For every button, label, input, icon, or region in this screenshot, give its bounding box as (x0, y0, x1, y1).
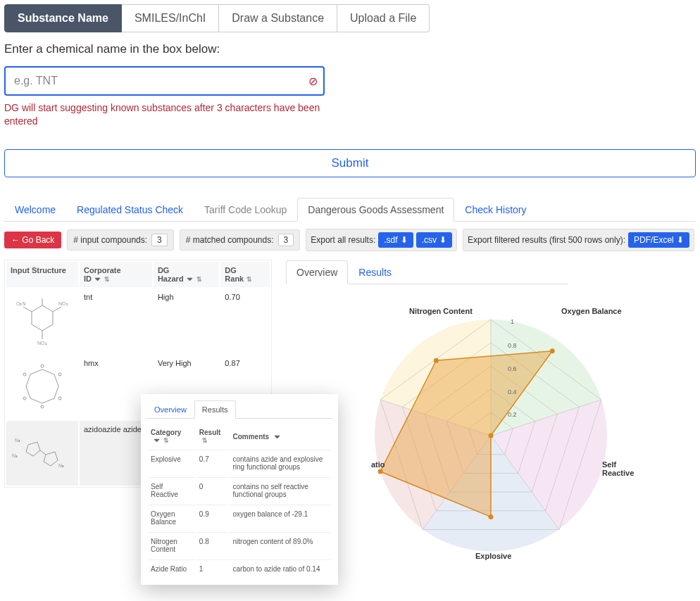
tab-tariff-code[interactable]: Tariff Code Lookup (194, 198, 297, 222)
results-popup: Overview Results Category ⏷⇅ Result ⇅ Co… (141, 394, 338, 570)
filter-icon[interactable]: ⏷ (187, 275, 194, 283)
popup-col-comments[interactable]: Comments ⏷ (230, 424, 331, 448)
export-csv-button[interactable]: .csv ⬇ (416, 232, 452, 248)
popup-row: Explosive0.7contains azide and explosive… (148, 450, 331, 476)
svg-line-3 (23, 307, 32, 312)
svg-point-33 (550, 348, 555, 353)
svg-point-34 (489, 433, 494, 438)
popup-col-category[interactable]: Category ⏷⇅ (148, 424, 195, 448)
radar-chart: Nitrogen Content Oxygen Balance Self Rea… (350, 298, 632, 566)
result-sub-tabs: Overview Results (286, 260, 568, 284)
svg-marker-15 (26, 442, 40, 456)
download-icon: ⬇ (677, 235, 684, 245)
svg-marker-8 (26, 369, 58, 403)
svg-line-17 (40, 450, 46, 455)
sort-icon[interactable]: ⇅ (104, 276, 110, 283)
svg-point-35 (489, 514, 494, 519)
main-nav-tabs: Welcome Regulated Status Check Tariff Co… (4, 197, 696, 222)
col-dg-rank[interactable]: DG Rank⇅ (220, 262, 270, 287)
radar-tick: 0.8 (508, 342, 517, 349)
warning-icon: ⊘ (308, 75, 318, 88)
export-pdf-excel-button[interactable]: PDF/Excel ⬇ (628, 232, 689, 248)
sub-tab-overview[interactable]: Overview (286, 260, 348, 284)
input-method-tabs: Substance Name SMILES/InChI Draw a Subst… (4, 4, 696, 32)
svg-text:N₃: N₃ (15, 438, 20, 443)
radar-tick: 1 (511, 318, 514, 325)
download-icon: ⬇ (401, 235, 408, 245)
axis-label-oxygen: Oxygen Balance (561, 307, 622, 315)
submit-button[interactable]: Submit (4, 149, 696, 177)
svg-text:N₃: N₃ (58, 463, 64, 468)
sort-icon[interactable]: ⇅ (196, 276, 202, 283)
tab-check-history[interactable]: Check History (454, 198, 537, 222)
table-row[interactable]: O₂NNO₂NO₂ tnt High 0.70 (6, 289, 270, 353)
radar-tick: 0.2 (508, 411, 517, 418)
axis-label-nitrogen: Nitrogen Content (409, 307, 473, 315)
go-back-button[interactable]: ← Go Back (4, 232, 61, 248)
tab-draw-substance[interactable]: Draw a Substance (219, 4, 337, 32)
toolbar: ← Go Back # input compounds: 3 # matched… (4, 229, 696, 251)
svg-point-11 (58, 397, 61, 400)
svg-text:O₂N: O₂N (16, 301, 26, 306)
svg-text:NO₂: NO₂ (58, 301, 68, 306)
popup-tab-overview[interactable]: Overview (146, 400, 194, 419)
tab-dangerous-goods[interactable]: Dangerous Goods Assessment (297, 198, 454, 222)
sort-icon[interactable]: ⇅ (202, 437, 208, 444)
filter-icon[interactable]: ⏷ (94, 275, 101, 283)
col-input-structure[interactable]: Input Structure (6, 262, 78, 287)
export-all-group: Export all results: .sdf ⬇ .csv ⬇ (306, 229, 457, 251)
col-dg-hazard[interactable]: DG Hazard⏷⇅ (154, 262, 219, 287)
radar-tick: 0.4 (508, 388, 517, 396)
col-corporate-id[interactable]: Corporate ID⏷⇅ (80, 262, 152, 287)
svg-point-13 (23, 397, 26, 400)
axis-label-self-reactive: Self Reactive (602, 460, 634, 477)
tab-substance-name[interactable]: Substance Name (4, 4, 122, 32)
radar-tick: 0.6 (508, 365, 517, 372)
svg-point-32 (434, 358, 439, 362)
sort-icon[interactable]: ⇅ (246, 276, 252, 283)
popup-tab-results[interactable]: Results (194, 400, 236, 419)
prompt-label: Enter a chemical name in the box below: (4, 42, 696, 56)
svg-line-2 (53, 307, 61, 312)
svg-text:N₃: N₃ (12, 453, 18, 458)
svg-text:NO₂: NO₂ (37, 341, 47, 346)
export-sdf-button[interactable]: .sdf ⬇ (378, 232, 413, 248)
svg-point-36 (378, 469, 383, 474)
svg-marker-0 (32, 305, 53, 331)
download-icon: ⬇ (439, 235, 446, 245)
axis-label-explosive: Explosive (475, 552, 511, 560)
tab-regulated-status[interactable]: Regulated Status Check (66, 198, 194, 222)
sub-tab-results[interactable]: Results (348, 260, 402, 284)
popup-results-table: Category ⏷⇅ Result ⇅ Comments ⏷ Explosiv… (146, 423, 332, 570)
matched-compounds-badge: # matched compounds: 3 (180, 229, 300, 251)
popup-row: Self Reactive0contains no self reactive … (148, 477, 331, 503)
structure-tnt-icon: O₂NNO₂NO₂ (11, 293, 74, 348)
popup-row: Nitrogen Content0.8nitrogen content of 8… (148, 532, 331, 558)
svg-marker-16 (44, 452, 58, 466)
svg-point-10 (58, 373, 61, 376)
svg-point-12 (41, 405, 44, 408)
structure-hmx-icon (11, 359, 74, 414)
input-compounds-badge: # input compounds: 3 (67, 229, 173, 251)
structure-azidoazide-icon: N₃N₃N₃ (11, 425, 74, 480)
filter-icon[interactable]: ⏷ (154, 436, 161, 444)
popup-row: Azide Ratio1carbon to azide ratio of 0.1… (148, 559, 331, 570)
tab-upload-file[interactable]: Upload a File (337, 4, 430, 32)
input-hint: DG will start suggesting known substance… (4, 101, 325, 128)
svg-point-14 (23, 373, 26, 376)
export-filtered-group: Export filtered results (first 500 rows … (463, 229, 694, 251)
substance-name-input[interactable] (4, 66, 325, 96)
axis-label-azide: atio (371, 460, 385, 469)
popup-col-result[interactable]: Result ⇅ (196, 424, 229, 448)
popup-row: Oxygen Balance0.9oxygen balance of -29.1 (148, 505, 331, 531)
svg-point-9 (41, 365, 44, 367)
tab-smiles-inchi[interactable]: SMILES/InChI (122, 4, 219, 32)
tab-welcome[interactable]: Welcome (4, 198, 66, 222)
sort-icon[interactable]: ⇅ (163, 437, 169, 444)
filter-icon[interactable]: ⏷ (274, 433, 281, 441)
